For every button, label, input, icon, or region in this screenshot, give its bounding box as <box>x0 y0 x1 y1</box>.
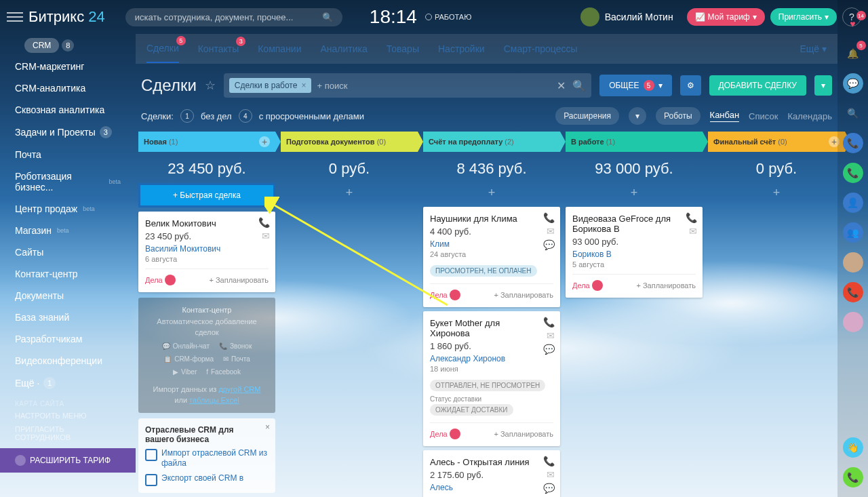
phone-icon[interactable]: 📞 <box>258 217 270 228</box>
subbar-count[interactable]: 4 <box>239 109 252 123</box>
add-deal-dropdown[interactable]: ▾ <box>814 75 832 96</box>
view-kanban[interactable]: Канбан <box>710 110 740 122</box>
call-icon[interactable]: 📞 <box>843 133 863 153</box>
chat-icon[interactable]: 💬 <box>543 483 555 494</box>
chat-icon[interactable]: 💬 <box>543 239 555 250</box>
column-header[interactable]: Счёт на предоплату (2) <box>423 132 560 152</box>
quick-deal-button[interactable]: + Быстрая сделка <box>138 183 275 207</box>
extensions-button[interactable]: Расширения <box>555 107 619 125</box>
sidebar-item[interactable]: Сайты <box>0 241 136 263</box>
sidebar-active[interactable]: CRM <box>24 38 59 53</box>
column-header[interactable]: Финальный счёт (0)+ <box>708 132 845 152</box>
phone-icon[interactable]: 📞 <box>543 317 555 327</box>
deal-card[interactable]: 📞 ✉ 💬 Алесь - Открытая линия 2 175.60 ру… <box>423 450 560 497</box>
add-deal-button[interactable]: ДОБАВИТЬ СДЕЛКУ <box>709 75 806 96</box>
deal-card[interactable]: 📞 ✉ 💬 Наушники для Клима 4 400 руб. Клим… <box>423 207 560 307</box>
column-header[interactable]: В работе (1) <box>566 132 703 152</box>
subbar-count[interactable]: 1 <box>180 109 194 123</box>
sidebar-customize[interactable]: НАСТРОИТЬ МЕНЮ <box>0 409 136 422</box>
users-icon[interactable]: 👥 <box>843 222 863 243</box>
logo[interactable]: Битрикс 24 <box>28 8 105 26</box>
chip-remove-icon[interactable]: × <box>301 81 306 90</box>
sidebar-item[interactable]: Документы <box>0 285 136 306</box>
sidebar-item[interactable]: Роботизация бизнес...beta <box>0 165 136 198</box>
heart-icon[interactable]: ♥14 <box>843 14 863 34</box>
tab-deals[interactable]: Сделки5 <box>146 35 179 63</box>
filter-box[interactable]: Сделки в работе× + поиск ✕ 🔍 <box>224 73 591 98</box>
chat-icon[interactable]: 💬 <box>543 344 555 355</box>
mail-icon[interactable]: ✉ <box>689 226 697 237</box>
sidebar-item[interactable]: Центр продажbeta <box>0 198 136 220</box>
promo-item[interactable]: Экспорт своей CRM в <box>145 473 269 486</box>
upgrade-button[interactable]: РАСШИРИТЬ ТАРИФ <box>0 448 136 473</box>
deal-card[interactable]: 📞 ✉ Велик Мокитович 23 450 руб. Василий … <box>138 212 275 292</box>
sidebar-invite[interactable]: ПРИГЛАСИТЬ СОТРУДНИКОВ <box>0 422 136 444</box>
mail-icon[interactable]: ✉ <box>547 226 555 237</box>
column-header[interactable]: Новая (1)+ <box>138 132 275 152</box>
sidebar-item[interactable]: Магазинbeta <box>0 220 136 241</box>
sidebar-item[interactable]: Контакт-центр <box>0 263 136 285</box>
add-card[interactable]: + <box>566 183 703 203</box>
promo-item[interactable]: Импорт отраслевой CRM из файла <box>145 448 269 469</box>
invite-button[interactable]: Пригласить ▾ <box>770 8 837 26</box>
tab-contacts[interactable]: Контакты3 <box>198 35 239 62</box>
hamburger-menu[interactable] <box>7 9 23 25</box>
phone-icon[interactable]: 📞 <box>843 163 863 183</box>
plan-link[interactable]: + Запланировать <box>494 291 553 299</box>
filter-chip[interactable]: Сделки в работе× <box>229 78 312 93</box>
dial-icon[interactable]: 📞 <box>843 467 863 488</box>
add-card[interactable]: + <box>708 183 845 203</box>
sidebar-item[interactable]: CRM-маркетинг <box>0 56 136 77</box>
user-avatar[interactable] <box>580 7 599 26</box>
tab-more[interactable]: Ещё ▾ <box>800 35 827 62</box>
plan-link[interactable]: + Запланировать <box>209 276 269 284</box>
view-calendar[interactable]: Календарь <box>787 111 832 121</box>
mail-icon[interactable]: ✉ <box>547 330 555 341</box>
search-icon[interactable]: 🔍 <box>572 79 586 92</box>
deal-card[interactable]: 📞 ✉ Видеоваза GeFroce для Борикова В 93 … <box>566 207 703 298</box>
tab-smart[interactable]: Смарт-процессы <box>504 35 578 62</box>
sidebar-item[interactable]: Задачи и Проекты3 <box>0 121 136 144</box>
deal-card[interactable]: 📞 ✉ 💬 Букет Mother для Хиронова 1 860 ру… <box>423 311 560 446</box>
sidebar-item[interactable]: Сквозная аналитика <box>0 99 136 121</box>
phone-icon[interactable]: 📞 <box>686 212 697 223</box>
search-icon[interactable]: 🔍 <box>843 103 863 123</box>
tab-products[interactable]: Товары <box>387 35 419 62</box>
dela-link[interactable]: Дела 2 <box>430 290 460 300</box>
tab-analytics[interactable]: Аналитика <box>321 35 368 62</box>
dela-link[interactable]: Дела 2 <box>145 275 176 285</box>
bell-icon[interactable]: 🔔5 <box>843 43 863 64</box>
sidebar-item[interactable]: Разработчикам <box>0 328 136 350</box>
tariff-button[interactable]: 📈 Мой тариф ▾ <box>687 8 765 26</box>
column-header[interactable]: Подготовка документов (0) <box>281 132 418 152</box>
tab-settings[interactable]: Настройки <box>438 35 485 62</box>
phone-icon[interactable]: 📞 <box>543 456 555 466</box>
plan-link[interactable]: + Запланировать <box>494 430 553 438</box>
import-link[interactable]: другой CRM <box>218 385 260 393</box>
phone-icon[interactable]: 📞 <box>543 212 555 223</box>
dela-link[interactable]: Дела 1 <box>572 280 603 291</box>
record-icon[interactable]: 📞 <box>843 282 863 302</box>
user-icon[interactable]: 👤 <box>843 193 863 213</box>
sidebar-item[interactable]: CRM-аналитика <box>0 77 136 99</box>
favorite-star[interactable]: ☆ <box>205 78 216 93</box>
sidebar-item[interactable]: База знаний <box>0 306 136 328</box>
ext-dropdown[interactable]: ▾ <box>629 107 646 125</box>
wave-icon[interactable]: 👋 <box>843 437 863 458</box>
plan-link[interactable]: + Запланировать <box>636 281 696 290</box>
global-search[interactable]: 🔍 <box>125 8 342 26</box>
mail-icon[interactable]: ✉ <box>547 469 555 480</box>
import-link[interactable]: таблицы Excel <box>189 396 239 404</box>
filter-add[interactable]: + поиск <box>317 81 347 91</box>
chat-icon[interactable]: 💬 <box>843 73 863 94</box>
username[interactable]: Василий Мотин <box>605 12 673 22</box>
clear-icon[interactable]: ✕ <box>557 79 566 92</box>
tab-companies[interactable]: Компании <box>258 35 301 62</box>
close-icon[interactable]: × <box>265 422 270 432</box>
sidebar-item[interactable]: Почта <box>0 144 136 165</box>
add-icon[interactable]: + <box>259 136 270 147</box>
settings-button[interactable]: ⚙ <box>680 75 701 96</box>
work-status[interactable]: РАБОТАЮ <box>425 13 471 21</box>
add-card[interactable]: + <box>281 183 418 203</box>
add-card[interactable]: + <box>423 183 560 203</box>
